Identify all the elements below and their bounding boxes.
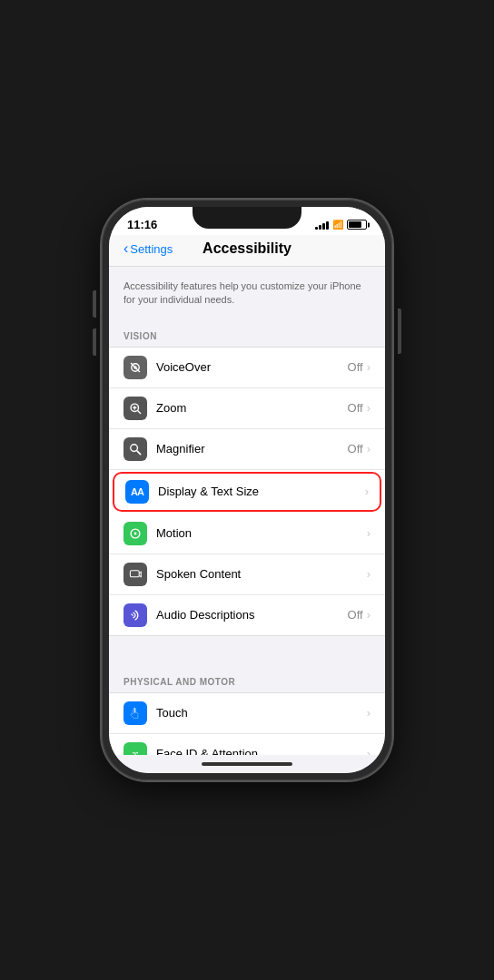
display-text-size-item[interactable]: AA Display & Text Size › [113, 472, 381, 512]
side-button-hardware[interactable] [398, 309, 401, 354]
physical-motor-section: PHYSICAL AND MOTOR Touch › [109, 662, 385, 755]
zoom-icon [124, 397, 147, 420]
audio-descriptions-item[interactable]: Audio Descriptions Off › [109, 595, 385, 635]
wifi-icon: 📶 [332, 220, 343, 230]
volume-down-button[interactable] [93, 328, 96, 356]
zoom-item[interactable]: Zoom Off › [109, 388, 385, 429]
touch-icon [124, 701, 147, 725]
voiceover-item[interactable]: VoiceOver Off › [109, 348, 385, 388]
status-time: 11:16 [127, 218, 157, 231]
navigation-bar: ‹ Settings Accessibility [109, 235, 385, 267]
display-text-size-chevron-icon: › [365, 485, 369, 498]
magnifier-icon [124, 437, 147, 461]
touch-item[interactable]: Touch › [109, 693, 385, 734]
signal-icon [315, 220, 329, 230]
audio-descriptions-chevron-icon: › [367, 608, 370, 622]
description-section: Accessibility features help you customiz… [109, 267, 385, 317]
voiceover-value: Off [348, 360, 363, 374]
magnifier-label: Magnifier [156, 442, 348, 456]
faceid-icon [124, 742, 147, 755]
motion-chevron-icon: › [367, 526, 370, 540]
page-title: Accessibility [203, 240, 291, 257]
display-text-size-label: Display & Text Size [158, 485, 361, 498]
section-gap [109, 637, 385, 662]
voiceover-icon [124, 356, 147, 379]
touch-chevron-icon: › [367, 706, 370, 720]
audio-descriptions-value: Off [348, 608, 363, 622]
physical-motor-header: PHYSICAL AND MOTOR [109, 662, 385, 692]
zoom-label: Zoom [156, 401, 348, 415]
vision-settings-group: VoiceOver Off › Zoom Off › [109, 347, 385, 636]
faceid-item[interactable]: Face ID & Attention › [109, 734, 385, 755]
spoken-content-label: Spoken Content [156, 567, 363, 581]
back-button[interactable]: ‹ Settings [124, 241, 173, 256]
display-text-size-icon: AA [125, 480, 149, 504]
svg-rect-10 [130, 571, 139, 577]
back-label: Settings [130, 242, 173, 256]
audio-descriptions-label: Audio Descriptions [156, 608, 348, 622]
svg-point-12 [136, 752, 138, 754]
faceid-label: Face ID & Attention [156, 747, 367, 755]
motion-item[interactable]: Motion › [109, 514, 385, 554]
audio-descriptions-icon [124, 603, 147, 627]
battery-icon [347, 220, 367, 230]
magnifier-item[interactable]: Magnifier Off › [109, 429, 385, 470]
spoken-content-icon [124, 563, 147, 586]
magnifier-value: Off [348, 442, 363, 456]
status-icons: 📶 [315, 220, 367, 230]
phone-frame: 11:16 📶 ‹ Settings Accessibility [102, 200, 392, 780]
svg-point-9 [134, 532, 137, 534]
description-text: Accessibility features help you customiz… [124, 279, 370, 308]
faceid-chevron-icon: › [367, 747, 370, 755]
svg-line-7 [137, 451, 141, 455]
spoken-content-item[interactable]: Spoken Content › [109, 554, 385, 595]
voiceover-chevron-icon: › [367, 360, 370, 374]
voiceover-label: VoiceOver [156, 360, 348, 374]
touch-label: Touch [156, 706, 367, 720]
svg-point-6 [131, 445, 138, 452]
magnifier-chevron-icon: › [367, 442, 370, 456]
svg-line-3 [138, 411, 141, 414]
motion-label: Motion [156, 526, 363, 540]
svg-point-11 [133, 752, 134, 754]
home-indicator [109, 755, 385, 773]
physical-motor-group: Touch › Face ID & Attention › [109, 692, 385, 755]
phone-screen: 11:16 📶 ‹ Settings Accessibility [109, 207, 385, 773]
zoom-chevron-icon: › [367, 401, 370, 415]
motion-icon [124, 522, 147, 545]
notch [193, 207, 301, 229]
zoom-value: Off [348, 401, 363, 415]
volume-up-button[interactable] [93, 290, 96, 318]
spoken-content-chevron-icon: › [367, 567, 370, 581]
vision-section-header: VISION [109, 317, 385, 347]
content-area: Accessibility features help you customiz… [109, 267, 385, 755]
home-bar [202, 762, 292, 766]
back-arrow-icon: ‹ [124, 241, 128, 256]
vision-section: VISION VoiceOver Off › [109, 317, 385, 636]
